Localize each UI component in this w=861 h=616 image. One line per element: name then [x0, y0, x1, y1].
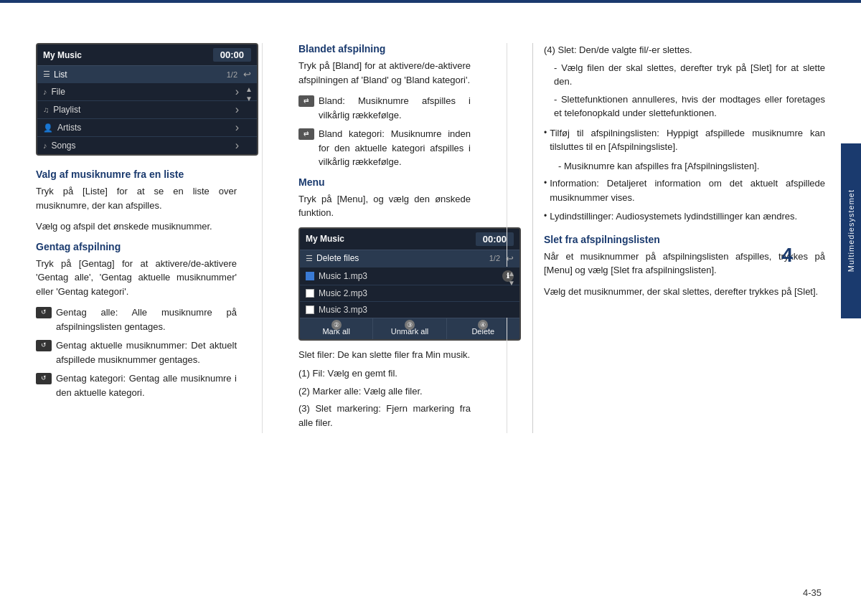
repeat-category-icon: ↺ [36, 373, 52, 384]
repeat-current-icon: ↺ [36, 340, 52, 351]
bullet-dot-1: • [544, 126, 547, 139]
num-item-2: (2) Marker alle: Vælg alle filer. [298, 384, 471, 399]
screen1-list-label: List [54, 70, 227, 80]
screen-mockup-1: My Music 00:00 ☰ List 1/2 ↩ ♪ File ♫ Pla… [36, 43, 258, 156]
slet-para: (4) Slet: Den/de valgte fil/-er slettes. [544, 43, 825, 57]
btn-num-4: ④ [478, 320, 488, 330]
scroll-down-icon-2: ▼ [508, 279, 515, 287]
screen-footer: ② Mark all ③ Unmark all ④ Delete [300, 318, 519, 339]
checkbox-3[interactable] [306, 305, 314, 314]
scroll-up-icon: ▲ [245, 85, 253, 93]
bullet-afspil-1: • Tilføj til afspilningslisten: Hyppigt … [544, 126, 825, 154]
bullet-repeat-current: ↺ Gentag aktuelle musiknummer: Det aktue… [36, 338, 237, 366]
bullet-text-1: Gentag alle: Alle musiknumre på afspilni… [56, 305, 237, 333]
screen-mockup-2: My Music 00:00 ☰ Delete files 1/2 ↩ Musi… [298, 227, 521, 341]
bland-cat-icon: ⇄ [298, 128, 314, 140]
bullet-bland: ⇄ Bland: Musiknumre afspilles i vilkårli… [298, 94, 471, 122]
music-file-1: Music 1.mp3 [319, 271, 367, 281]
num-item-1: (1) Fil: Vælg en gemt fil. [298, 366, 471, 381]
bullet-info: • Information: Detaljeret information om… [544, 176, 825, 204]
screen2-list-label: Delete files [316, 253, 489, 263]
bullet-bland-cat-text: Bland kategori: Musiknumre inden for den… [319, 127, 471, 169]
file-icon: ♪ [43, 87, 47, 96]
check-item-1[interactable]: Music 1.mp3 ℹ [300, 267, 519, 285]
slet-para2: Vælg det musiknummer, der skal slettes, … [544, 285, 825, 299]
valg-para1: Tryk på [Liste] for at se en liste over … [36, 184, 237, 212]
list-icon: ☰ [43, 70, 50, 79]
right-column: (4) Slet: Den/de valgte fil/-er slettes.… [532, 43, 825, 433]
chapter-number: 4 [781, 244, 793, 267]
playlist-icon: ♫ [43, 105, 49, 114]
item-label: File [52, 87, 65, 97]
list-item[interactable]: ♫ Playlist [37, 100, 257, 118]
sub-bullet-afspil: Musiknumre kan afspilles fra [Afspilning… [558, 159, 825, 174]
screen2-time: 00:00 [476, 232, 514, 246]
bullet-repeat-all: ↺ Gentag alle: Alle musiknumre på afspil… [36, 305, 237, 333]
back-icon: ↩ [243, 69, 251, 80]
repeat-all-icon: ↺ [36, 307, 52, 318]
scroll-up-icon-2: ▲ [508, 270, 515, 278]
checkbox-1[interactable] [306, 272, 314, 280]
screen1-title: My Music [43, 50, 82, 60]
menu-heading: Menu [298, 176, 471, 188]
songs-icon: ♪ [43, 141, 47, 150]
bullet-bland-category: ⇄ Bland kategori: Musiknumre inden for d… [298, 127, 471, 169]
valg-heading: Valg af musiknumre fra en liste [36, 169, 237, 180]
bullet-lyd: • Lydindstillinger: Audiosystemets lydin… [544, 209, 825, 224]
bullet-info-text: Information: Detaljeret information om d… [550, 176, 825, 204]
list-item[interactable]: 👤 Artists [37, 118, 257, 136]
bullet-repeat-category: ↺ Gentag kategori: Gentag alle musiknumr… [36, 371, 237, 399]
list-icon-2: ☰ [306, 254, 313, 263]
screen1-page-indicator: 1/2 [227, 70, 237, 79]
repeat-heading: Gentag afspilning [36, 241, 237, 252]
item-label: Playlist [53, 105, 80, 115]
left-column: My Music 00:00 ☰ List 1/2 ↩ ♪ File ♫ Pla… [36, 43, 237, 433]
mark-all-btn[interactable]: ② Mark all [300, 318, 373, 339]
bullet-afspil-text-1: Tilføj til afspilningslisten: Hyppigt af… [550, 126, 825, 154]
num-item-3: (3) Slet markering: Fjern markering fra … [298, 402, 471, 430]
check-item-3[interactable]: Music 3.mp3 [300, 301, 519, 318]
col-divider-2 [507, 43, 507, 433]
item-label: Artists [57, 123, 81, 133]
bullet-dot-2: • [544, 176, 547, 189]
side-tab-text: Multimediesystemet [847, 189, 855, 272]
slet-filer-bullet: Slet filer: De kan slette filer fra Min … [298, 348, 471, 362]
sub-bullet-1: Vælg filen der skal slettes, derefter tr… [554, 61, 825, 89]
list-item[interactable]: ♪ Songs [37, 136, 257, 154]
valg-para2: Vælg og afspil det ønskede musiknummer. [36, 219, 237, 234]
bullet-text-3: Gentag kategori: Gentag alle musiknumre … [56, 371, 237, 399]
bullet-lyd-text: Lydindstillinger: Audiosystemets lydinds… [550, 209, 825, 224]
slet-filer-text: Slet filer: De kan slette filer fra Min … [298, 348, 471, 362]
screen1-time: 00:00 [213, 48, 251, 62]
repeat-para: Tryk på [Gentag] for at aktivere/de-akti… [36, 257, 237, 299]
btn-num-3: ③ [405, 320, 415, 330]
side-tab: Multimediesystemet [841, 143, 861, 318]
bullet-text-2: Gentag aktuelle musiknummer: Det aktuelt… [56, 338, 237, 366]
music-file-2: Music 2.mp3 [319, 288, 367, 298]
list-item[interactable]: ♪ File [37, 82, 257, 100]
screen2-title: My Music [306, 234, 344, 244]
blend-heading: Blandet afspilning [298, 43, 471, 55]
blend-para: Tryk på [Bland] for at aktivere/de-aktiv… [298, 59, 471, 87]
sub-bullet-2: Slettefunktionen annulleres, hvis der mo… [554, 93, 825, 120]
item-label: Songs [52, 141, 76, 151]
delete-btn[interactable]: ④ Delete [447, 318, 519, 339]
menu-para: Tryk på [Menu], og vælg den ønskede funk… [298, 192, 471, 220]
bland-icon: ⇄ [298, 95, 314, 107]
page-number: 4-35 [803, 587, 822, 598]
artists-icon: 👤 [43, 123, 53, 133]
btn-num-2: ② [331, 320, 342, 330]
scroll-down-icon: ▼ [245, 95, 253, 103]
bullet-bland-text: Bland: Musiknumre afspilles i vilkårlig … [319, 94, 471, 122]
checkbox-2[interactable] [306, 289, 314, 298]
unmark-all-btn[interactable]: ③ Unmark all [373, 318, 446, 339]
music-file-3: Music 3.mp3 [319, 305, 367, 315]
mid-column: Blandet afspilning Tryk på [Bland] for a… [288, 43, 481, 433]
bullet-dot-3: • [544, 209, 547, 222]
col-divider-1 [262, 43, 263, 433]
check-item-2[interactable]: Music 2.mp3 [300, 285, 519, 301]
screen2-page-indicator: 1/2 [489, 254, 500, 262]
